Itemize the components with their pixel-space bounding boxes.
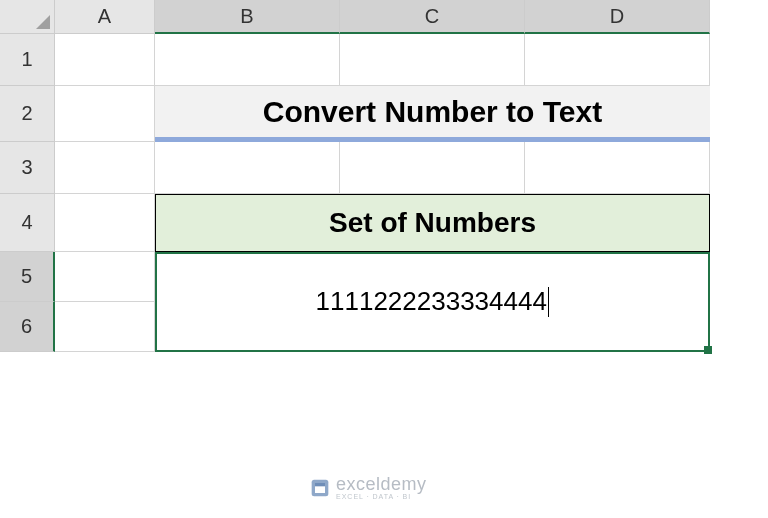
cell-c1[interactable] bbox=[340, 34, 525, 86]
row-header-2[interactable]: 2 bbox=[0, 86, 55, 142]
set-header-text: Set of Numbers bbox=[329, 207, 536, 239]
row-header-1[interactable]: 1 bbox=[0, 34, 55, 86]
editing-cell[interactable]: 1111222233334444 bbox=[155, 252, 710, 352]
title-text: Convert Number to Text bbox=[263, 95, 602, 129]
row-header-4[interactable]: 4 bbox=[0, 194, 55, 252]
text-caret bbox=[548, 287, 550, 317]
watermark-logo-icon bbox=[310, 478, 330, 498]
cell-b3[interactable] bbox=[155, 142, 340, 194]
title-cell[interactable]: Convert Number to Text bbox=[155, 86, 710, 142]
cell-a6[interactable] bbox=[55, 302, 155, 352]
cell-a4[interactable] bbox=[55, 194, 155, 252]
watermark-tagline: EXCEL · DATA · BI bbox=[336, 493, 427, 500]
cell-c3[interactable] bbox=[340, 142, 525, 194]
cell-a3[interactable] bbox=[55, 142, 155, 194]
cell-a5[interactable] bbox=[55, 252, 155, 302]
spreadsheet: ABCD 123456 Convert Number to Text Set o… bbox=[0, 0, 768, 518]
editing-value-text: 1111222233334444 bbox=[316, 286, 547, 317]
svg-rect-2 bbox=[315, 483, 325, 486]
column-header-d[interactable]: D bbox=[525, 0, 710, 34]
cell-a2[interactable] bbox=[55, 86, 155, 142]
set-header-cell[interactable]: Set of Numbers bbox=[155, 194, 710, 252]
watermark-brand: exceldemy bbox=[336, 475, 427, 493]
row-header-5[interactable]: 5 bbox=[0, 252, 55, 302]
row-header-3[interactable]: 3 bbox=[0, 142, 55, 194]
column-header-a[interactable]: A bbox=[55, 0, 155, 34]
cell-b1[interactable] bbox=[155, 34, 340, 86]
select-all-corner[interactable] bbox=[0, 0, 55, 34]
editing-cell-value: 1111222233334444 bbox=[316, 286, 550, 317]
row-header-6[interactable]: 6 bbox=[0, 302, 55, 352]
cell-d1[interactable] bbox=[525, 34, 710, 86]
cell-a1[interactable] bbox=[55, 34, 155, 86]
column-header-c[interactable]: C bbox=[340, 0, 525, 34]
row-headers: 123456 bbox=[0, 34, 55, 352]
column-headers: ABCD bbox=[55, 0, 710, 34]
cell-d3[interactable] bbox=[525, 142, 710, 194]
column-header-b[interactable]: B bbox=[155, 0, 340, 34]
watermark: exceldemy EXCEL · DATA · BI bbox=[310, 475, 427, 500]
